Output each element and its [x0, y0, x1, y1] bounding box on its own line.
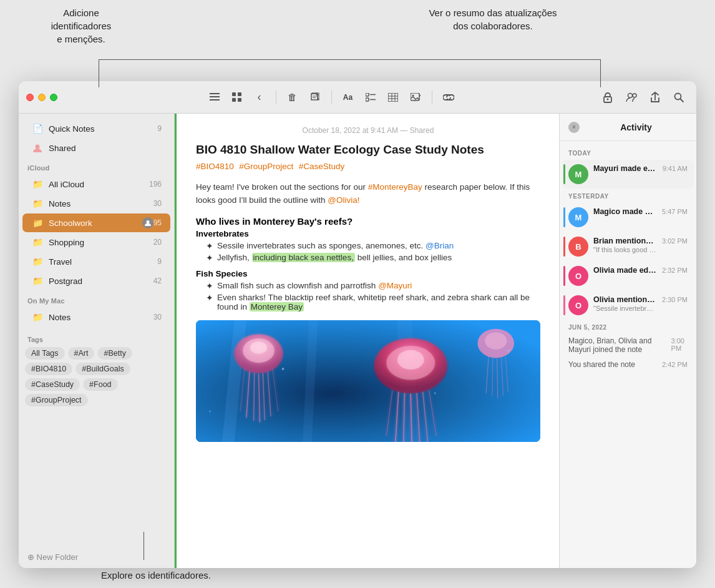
callout-line-bottom [143, 532, 144, 560]
grid-view-button[interactable] [227, 87, 247, 107]
tag-art[interactable]: #Art [68, 347, 95, 360]
note-subheading-invertebrates: Invertebrates [196, 229, 540, 238]
new-note-button[interactable] [305, 87, 325, 107]
bullet-star-1: ✦ [206, 241, 213, 251]
share-button[interactable] [645, 87, 665, 107]
callout-line-left [99, 59, 99, 87]
close-button[interactable] [26, 94, 34, 101]
sidebar-footer[interactable]: ⊕ New Folder [19, 546, 174, 568]
toolbar-sep-1 [276, 91, 276, 104]
font-button[interactable]: Aa [338, 87, 358, 107]
tag-groupproject[interactable]: #GroupProject [25, 394, 88, 406]
checklist-button[interactable] [361, 87, 381, 107]
bullet-item-4: ✦ Even sharks! The blacktip reef shark, … [206, 293, 540, 311]
activity-item-olivia-edits[interactable]: O Olivia made edits 2:32 PM [562, 262, 694, 290]
toolbar: ‹ 🗑 Aa [65, 87, 598, 107]
sidebar-item-shopping[interactable]: 📁 Shopping 20 [22, 233, 170, 252]
tag-buildgoals[interactable]: #BuildGoals [75, 363, 130, 375]
olivia-mentioned-name: Olivia mentioned... [593, 295, 657, 304]
activity-shared-text: You shared the note [568, 360, 635, 369]
activity-simple-joined: Magico, Brian, Olivia and Mayuri joined … [560, 333, 696, 357]
activity-close-button[interactable]: × [568, 122, 580, 133]
tag-bio4810-inline: #BIO4810 [196, 162, 234, 171]
olivia-edits-accent [563, 266, 565, 286]
notes-icloud-label: Notes [49, 199, 153, 208]
mayuri-info: Mayuri made ed... [593, 164, 658, 173]
note-subheading-fish: Fish Species [196, 269, 540, 278]
mayuri-accent [563, 164, 565, 184]
bullet-star-4: ✦ [206, 293, 213, 303]
sidebar-item-postgrad[interactable]: 📁 Postgrad 42 [22, 272, 170, 290]
lock-button[interactable] [598, 87, 618, 107]
notes-icloud-icon: 📁 [31, 197, 44, 210]
schoolwork-label: Schoolwork [49, 218, 140, 228]
activity-section-today: TODAY [560, 146, 696, 159]
quick-notes-label: Quick Notes [49, 124, 157, 134]
minimize-button[interactable] [38, 94, 46, 101]
activity-shared-time: 2:42 PM [662, 361, 688, 368]
tag-bio4810[interactable]: #BIO4810 [25, 363, 72, 375]
note-mention-monterey: #MontereyBay [368, 182, 422, 192]
toolbar-right [598, 87, 689, 107]
collab-button[interactable] [621, 87, 641, 107]
delete-button[interactable]: 🗑 [283, 87, 303, 107]
new-folder-label: ⊕ New Folder [27, 552, 78, 562]
activity-item-brian[interactable]: B Brian mentioned L... "If this looks go… [562, 232, 694, 261]
sidebar: 📄 Quick Notes 9 Shared iCloud 📁 All [19, 114, 175, 568]
activity-item-magico[interactable]: M Magico made edits 5:47 PM [562, 203, 694, 232]
tag-casestudy[interactable]: #CaseStudy [25, 378, 80, 391]
svg-point-23 [633, 94, 636, 97]
notes-icloud-count: 30 [153, 199, 162, 208]
schoolwork-icon: 📁 [31, 217, 44, 229]
svg-point-61 [507, 350, 509, 352]
activity-joined-text: Magico, Brian, Olivia and Mayuri joined … [568, 336, 671, 354]
activity-item-mayuri[interactable]: M Mayuri made ed... 9:41 AM [562, 160, 694, 189]
brian-avatar: B [568, 237, 588, 257]
sidebar-item-schoolwork[interactable]: 📁 Schoolwork 95 [22, 213, 170, 232]
bullet3-pre: Small fish such as clownfish and parrotf… [217, 281, 378, 290]
activity-joined-time: 3:00 PM [671, 337, 688, 352]
sidebar-item-quick-notes[interactable]: 📄 Quick Notes 9 [22, 119, 170, 138]
olivia-mentioned-avatar: O [568, 295, 588, 315]
sidebar-item-notes-icloud[interactable]: 📁 Notes 30 [22, 194, 170, 213]
list-view-button[interactable] [205, 87, 225, 107]
bullet-star-2: ✦ [206, 253, 213, 263]
notes-mac-label: Notes [49, 313, 153, 322]
bullet2-highlight: including black sea nettles, [252, 253, 355, 262]
search-button[interactable] [669, 87, 689, 107]
postgrad-label: Postgrad [49, 277, 153, 286]
olivia-edits-info: Olivia made edits [593, 266, 657, 275]
svg-rect-3 [232, 92, 236, 96]
tag-all-tags[interactable]: All Tags [25, 347, 65, 360]
fullscreen-button[interactable] [50, 94, 57, 101]
activity-panel: × Activity TODAY M Mayuri made ed... 9:4… [559, 114, 696, 568]
tag-betty[interactable]: #Betty [97, 347, 132, 360]
bullet2-cont: bell jellies, and box jellies [355, 253, 452, 262]
sidebar-item-all-icloud[interactable]: 📁 All iCloud 196 [22, 175, 170, 194]
callout-line-top [99, 59, 600, 60]
sidebar-item-travel[interactable]: 📁 Travel 9 [22, 252, 170, 271]
svg-rect-5 [232, 98, 236, 102]
svg-rect-18 [411, 93, 419, 100]
svg-line-30 [308, 320, 314, 442]
link-button[interactable] [439, 87, 459, 107]
callout-line-right [600, 59, 601, 87]
note-body-intro: Hey team! I've broken out the sections f… [196, 180, 540, 207]
svg-rect-13 [388, 93, 398, 102]
svg-rect-1 [210, 96, 220, 97]
sidebar-item-shared[interactable]: Shared [22, 139, 170, 157]
bullet-item-3: ✦ Small fish such as clownfish and parro… [206, 281, 540, 291]
icloud-label: iCloud [19, 158, 174, 174]
media-button[interactable] [406, 87, 426, 107]
back-button[interactable]: ‹ [250, 87, 270, 107]
callout-top-right: Ver o resumo das atualizações dos colabo… [362, 6, 624, 32]
sidebar-item-notes-mac[interactable]: 📁 Notes 30 [22, 308, 170, 326]
bullet-star-3: ✦ [206, 281, 213, 291]
svg-rect-2 [210, 99, 220, 100]
all-icloud-count: 196 [149, 180, 162, 189]
svg-point-26 [36, 145, 40, 149]
tag-food[interactable]: #Food [83, 378, 117, 391]
travel-icon: 📁 [31, 255, 44, 268]
activity-item-olivia-mentioned[interactable]: O Olivia mentioned... "Sessile invertebr… [562, 291, 694, 320]
table-button[interactable] [383, 87, 403, 107]
